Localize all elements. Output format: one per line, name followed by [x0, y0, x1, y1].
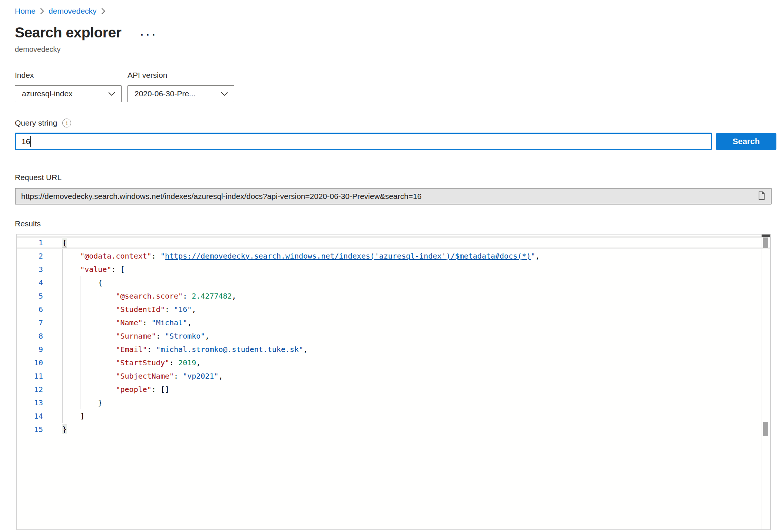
code-line: 4 {: [17, 276, 770, 289]
code-line: 3 "value": [: [17, 263, 770, 276]
line-number: 6: [17, 303, 43, 316]
line-number: 11: [17, 369, 43, 383]
indent-guide: [62, 249, 63, 423]
code-line: 1{: [17, 236, 770, 249]
scrollbar-track-divider: [762, 235, 762, 529]
request-url-section: Request URL https://demovedecky.search.w…: [15, 173, 779, 205]
query-string-input[interactable]: 16: [15, 133, 712, 150]
index-dropdown-value: azuresql-index: [22, 89, 73, 98]
request-url-label: Request URL: [15, 173, 779, 182]
line-number: 9: [17, 343, 43, 356]
indent-guide: [80, 276, 80, 409]
indent-guide: [98, 289, 98, 396]
page-subtitle: demovedecky: [15, 45, 779, 54]
chevron-right-icon: [101, 8, 105, 14]
api-version-label: API version: [127, 71, 234, 80]
copy-button[interactable]: [756, 190, 766, 203]
code-line: 7 "Name": "Michal",: [17, 316, 770, 329]
results-section: Results 1{2 "@odata.context": "https://d…: [15, 219, 779, 530]
code-line: 13 }: [17, 396, 770, 409]
line-number: 3: [17, 263, 43, 276]
chevron-right-icon: [40, 8, 44, 14]
copy-icon: [757, 190, 766, 202]
vertical-scrollbar-thumb[interactable]: [763, 237, 768, 248]
content-column: Home demovedecky Search explorer ··· dem…: [0, 0, 779, 530]
code-line: 8 "Surname": "Stromko",: [17, 329, 770, 343]
line-number: 14: [17, 409, 43, 423]
code-lines: 1{2 "@odata.context": "https://demovedec…: [17, 235, 770, 436]
code-line: 14 ]: [17, 409, 770, 423]
line-number: 12: [17, 383, 43, 396]
results-json-editor[interactable]: 1{2 "@odata.context": "https://demovedec…: [16, 234, 771, 530]
query-section: Query string i 16 Search: [15, 119, 779, 150]
code-line: 6 "StudentId": "16",: [17, 303, 770, 316]
line-number: 10: [17, 356, 43, 369]
line-number: 7: [17, 316, 43, 329]
index-dropdown[interactable]: azuresql-index: [15, 85, 122, 102]
breadcrumb-service-link[interactable]: demovedecky: [49, 7, 97, 16]
page-title: Search explorer: [15, 24, 121, 41]
api-version-field: API version 2020-06-30-Pre...: [127, 71, 234, 102]
header: Search explorer ···: [15, 24, 779, 41]
api-version-dropdown-value: 2020-06-30-Pre...: [135, 89, 196, 98]
overview-ruler-top-marker: [762, 235, 770, 237]
code-line: 11 "SubjectName": "vp2021",: [17, 369, 770, 383]
code-line: 15}: [17, 423, 770, 436]
request-url-field[interactable]: https://demovedecky.search.windows.net/i…: [15, 188, 772, 205]
text-cursor: [30, 136, 31, 147]
search-button[interactable]: Search: [716, 133, 776, 150]
code-line: 9 "Email": "michal.stromko@.student.tuke…: [17, 343, 770, 356]
code-line: 10 "StartStudy": 2019,: [17, 356, 770, 369]
chevron-down-icon: [108, 89, 115, 98]
line-number: 5: [17, 289, 43, 303]
line-number: 8: [17, 329, 43, 343]
line-number: 1: [17, 236, 43, 249]
code-line: 12 "people": []: [17, 383, 770, 396]
more-menu-icon[interactable]: ···: [140, 31, 158, 39]
line-number: 13: [17, 396, 43, 409]
info-icon[interactable]: i: [62, 119, 71, 127]
chevron-down-icon: [221, 89, 228, 98]
api-version-dropdown[interactable]: 2020-06-30-Pre...: [127, 85, 234, 102]
line-number: 15: [17, 423, 43, 436]
breadcrumb-home-link[interactable]: Home: [15, 7, 36, 16]
index-label: Index: [15, 71, 122, 80]
overview-ruler-bracket-marker: [763, 422, 768, 436]
query-row: 16 Search: [15, 133, 776, 150]
request-url-value: https://demovedecky.search.windows.net/i…: [21, 192, 756, 201]
query-string-value: 16: [21, 137, 30, 146]
search-explorer-page: Home demovedecky Search explorer ··· dem…: [0, 0, 779, 532]
line-number: 4: [17, 276, 43, 289]
code-line: 2 "@odata.context": "https://demovedecky…: [17, 249, 770, 263]
line-number: 2: [17, 249, 43, 263]
filter-row: Index azuresql-index API version 2020-06…: [15, 71, 779, 102]
query-string-label: Query string: [15, 119, 57, 127]
results-label: Results: [15, 219, 779, 228]
index-field: Index azuresql-index: [15, 71, 122, 102]
breadcrumb: Home demovedecky: [15, 7, 779, 16]
code-line: 5 "@search.score": 2.4277482,: [17, 289, 770, 303]
